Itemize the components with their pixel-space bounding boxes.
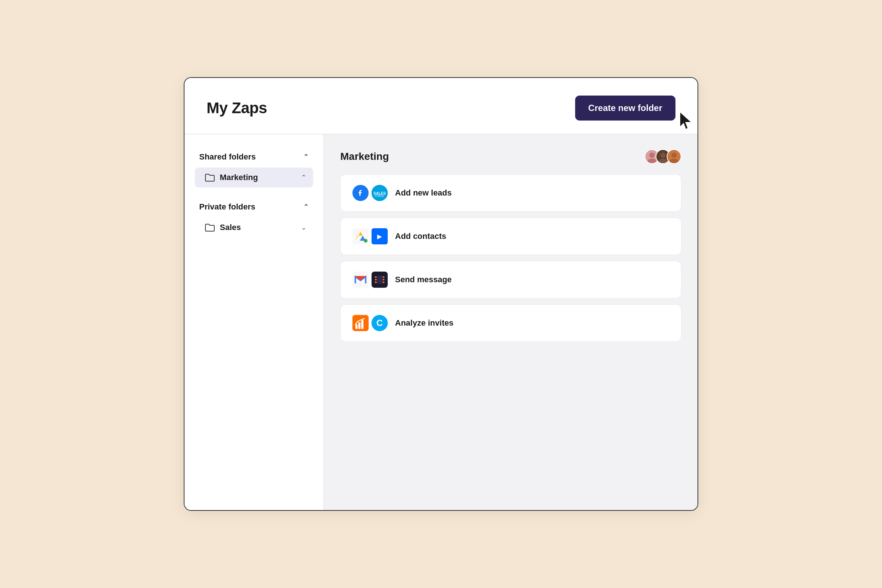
private-folders-label[interactable]: Private folders ⌃ — [195, 199, 313, 214]
zap-name-2: Add contacts — [395, 231, 446, 241]
zap-card-add-new-leads[interactable]: SALES FORCE Add new leads — [340, 174, 681, 212]
sidebar-item-marketing[interactable]: Marketing ⌃ — [195, 168, 313, 188]
svg-rect-23 — [375, 282, 376, 283]
sales-folder-icon — [205, 224, 214, 231]
analytics-icon — [352, 315, 369, 331]
svg-rect-21 — [375, 276, 376, 278]
folder-icon — [205, 174, 214, 182]
marketing-folder-name: Marketing — [220, 173, 258, 182]
zap-icons-3 — [352, 272, 388, 288]
create-folder-button[interactable]: Create new folder — [575, 96, 675, 120]
svg-rect-22 — [375, 279, 376, 280]
svg-point-16 — [364, 239, 368, 243]
google-ads-icon — [352, 228, 369, 244]
zap-name-4: Analyze invites — [395, 318, 453, 328]
folder-header: Marketing — [340, 149, 681, 164]
zap-card-analyze-invites[interactable]: C Analyze invites — [340, 304, 681, 342]
zap-icons-1: SALES FORCE — [352, 185, 388, 201]
svg-text:►: ► — [376, 232, 384, 241]
svg-rect-31 — [361, 320, 363, 329]
gmail-icon — [352, 272, 369, 288]
shared-folders-chevron-icon: ⌃ — [303, 153, 309, 161]
zap-card-send-message[interactable]: Send message — [340, 261, 681, 298]
clockify-c-icon: C — [372, 315, 388, 331]
shared-folders-label[interactable]: Shared folders ⌃ — [195, 149, 313, 165]
svg-point-1 — [650, 153, 654, 158]
svg-text:C: C — [376, 318, 382, 328]
zap-icons-2: ► — [352, 228, 388, 244]
marketing-chevron-icon: ⌃ — [301, 174, 306, 182]
right-panel: Marketing — [324, 135, 698, 511]
zap-name-1: Add new leads — [395, 188, 452, 198]
svg-rect-27 — [377, 276, 382, 284]
zap-icons-4: C — [352, 315, 388, 331]
facebook-icon — [352, 185, 369, 201]
sales-folder-name: Sales — [220, 223, 241, 232]
film-icon — [372, 272, 388, 288]
svg-point-4 — [660, 153, 666, 158]
sidebar: Shared folders ⌃ Marketing ⌃ Private fol… — [184, 135, 324, 511]
svg-point-7 — [671, 153, 676, 158]
svg-text:FORCE: FORCE — [375, 195, 384, 197]
folder-title: Marketing — [340, 151, 389, 162]
zap-card-add-contacts[interactable]: ► Add contacts — [340, 218, 681, 255]
sidebar-item-sales[interactable]: Sales ⌄ — [195, 218, 313, 237]
private-folders-chevron-icon: ⌃ — [303, 203, 309, 211]
brevo-icon: ► — [372, 228, 388, 244]
main-content: Shared folders ⌃ Marketing ⌃ Private fol… — [184, 135, 698, 511]
zap-name-3: Send message — [395, 275, 452, 285]
section-gap — [195, 189, 313, 199]
svg-rect-24 — [382, 276, 384, 278]
app-window: My Zaps Create new folder Shared folders… — [184, 77, 698, 511]
sales-chevron-icon: ⌄ — [301, 224, 306, 231]
svg-rect-25 — [382, 279, 384, 280]
svg-rect-29 — [356, 324, 358, 329]
cursor-icon — [678, 111, 694, 131]
header-right: Create new folder — [575, 96, 675, 120]
page-title: My Zaps — [207, 99, 267, 117]
svg-rect-26 — [382, 282, 384, 283]
salesforce-icon: SALES FORCE — [372, 185, 388, 201]
avatar-3 — [667, 149, 681, 164]
svg-rect-30 — [358, 322, 360, 329]
header: My Zaps Create new folder — [184, 78, 698, 134]
avatars-group — [645, 149, 681, 164]
